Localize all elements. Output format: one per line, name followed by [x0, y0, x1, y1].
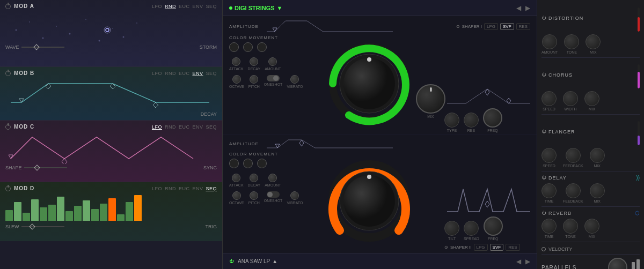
seq-bar-15[interactable] [126, 202, 133, 221]
delay-time-knob[interactable] [541, 183, 557, 198]
mod-c-shape-slider[interactable] [24, 167, 67, 168]
bottom-power-icon[interactable]: ⏻ [229, 259, 233, 264]
delay-mix-knob[interactable] [590, 183, 605, 198]
layer2-octave-knob[interactable] [232, 191, 241, 200]
flanger-speed-knob[interactable] [541, 148, 557, 163]
layer1-pitch-knob[interactable] [250, 75, 258, 84]
distortion-mix-knob[interactable] [586, 34, 601, 49]
reverb-mix-knob[interactable] [584, 219, 599, 234]
layer2-freq-knob[interactable] [484, 216, 503, 236]
mod-c-tab-seq[interactable]: SEQ [206, 124, 217, 130]
seq-bar-11[interactable] [91, 209, 99, 221]
seq-bar-10[interactable] [83, 200, 90, 221]
mod-a-wave-slider[interactable] [21, 47, 64, 48]
preset-dropdown-arrow[interactable]: ▼ [277, 5, 283, 11]
mod-d-power-icon[interactable] [5, 186, 11, 191]
layer1-cm-btn3[interactable] [257, 42, 267, 52]
layer2-amount-knob[interactable] [268, 174, 277, 182]
mod-a-tab-lfo[interactable]: LFO [152, 4, 162, 9]
seq-bar-16[interactable] [134, 195, 142, 221]
layer2-lpg-btn[interactable]: LPG [474, 244, 488, 251]
layer2-cm-btn3[interactable] [257, 159, 267, 168]
layer1-mix-knob[interactable] [416, 84, 445, 114]
layer2-decay-knob[interactable] [250, 174, 258, 182]
layer2-attack-knob[interactable] [232, 174, 240, 182]
chorus-power-icon[interactable]: ⏻ [541, 72, 546, 77]
layer2-svf-btn[interactable]: SVF [490, 244, 504, 251]
reverb-power-icon[interactable]: ⏻ [541, 211, 546, 215]
mod-a-tab-rnd[interactable]: RND [165, 4, 176, 9]
mod-c-tab-euc[interactable]: EUC [179, 124, 190, 130]
mod-d-tab-lfo[interactable]: LFO [152, 186, 162, 191]
reverb-tone-knob[interactable] [563, 219, 578, 234]
layer1-oneshot-toggle[interactable] [267, 75, 280, 81]
layer1-amount-knob[interactable] [268, 57, 277, 66]
distortion-tone-knob[interactable] [564, 34, 579, 49]
layer1-type-knob[interactable] [444, 113, 459, 128]
mod-a-tab-seq[interactable]: SEQ [206, 4, 217, 9]
chorus-width-knob[interactable] [563, 91, 578, 106]
layer2-shaper-label[interactable]: SHAPER II [450, 245, 472, 250]
flanger-mix-knob[interactable] [590, 148, 605, 163]
mod-b-tab-seq[interactable]: SEQ [206, 71, 217, 76]
layer1-cm-btn1[interactable] [229, 42, 239, 52]
delay-feedback-knob[interactable] [566, 183, 581, 198]
distortion-power-icon[interactable]: ⏻ [541, 16, 546, 20]
header-prev-arrow[interactable]: ◀ [516, 4, 521, 12]
flanger-feedback-knob[interactable] [566, 148, 581, 163]
layer1-cm-btn2[interactable] [243, 42, 253, 52]
layer2-cm-btn2[interactable] [243, 159, 253, 168]
seq-bar-12[interactable] [100, 204, 107, 221]
layer2-res-btn[interactable]: RES [506, 244, 519, 251]
mod-b-tab-rnd[interactable]: RND [165, 71, 176, 76]
mod-a-tab-euc[interactable]: EUC [179, 4, 190, 9]
layer1-attack-knob[interactable] [232, 57, 240, 66]
layer2-spread-knob[interactable] [464, 221, 479, 236]
mod-d-tab-rnd[interactable]: RND [165, 186, 176, 191]
mod-b-tab-env[interactable]: ENV [192, 71, 203, 76]
seq-bar-9[interactable] [74, 206, 82, 221]
mod-d-slew-slider[interactable] [21, 226, 64, 227]
layer2-pitch-knob[interactable] [250, 191, 258, 200]
layer2-oneshot-toggle[interactable] [267, 191, 280, 198]
layer1-octave-knob[interactable] [232, 75, 241, 84]
layer1-decay-knob[interactable] [250, 57, 258, 66]
layer1-lpg-btn[interactable]: LPG [484, 23, 498, 30]
mod-c-tab-env[interactable]: ENV [192, 124, 203, 130]
seq-bar-3[interactable] [23, 213, 30, 221]
flanger-power-icon[interactable]: ⏻ [541, 129, 546, 134]
header-next-arrow[interactable]: ▶ [525, 4, 530, 12]
mod-b-power-icon[interactable] [5, 71, 11, 76]
seq-bar-8[interactable] [65, 211, 73, 221]
mod-a-tab-env[interactable]: ENV [192, 4, 203, 9]
distortion-amount-knob[interactable] [542, 34, 557, 49]
seq-bar-13[interactable] [108, 198, 116, 221]
seq-bar-7[interactable] [57, 197, 64, 221]
reverb-time-knob[interactable] [541, 219, 557, 234]
layer1-svf-btn[interactable]: SVF [500, 23, 514, 30]
layer2-knob-svg[interactable] [329, 161, 409, 241]
mod-a-power-icon[interactable] [5, 4, 11, 9]
bottom-next-arrow[interactable]: ▶ [525, 258, 530, 265]
layer1-shaper-label[interactable]: SHAPER I [462, 24, 482, 29]
mod-d-tab-seq[interactable]: SEQ [206, 186, 217, 191]
parallels-knob[interactable] [608, 258, 627, 269]
layer2-cm-btn1[interactable] [229, 159, 239, 168]
mod-d-tab-env[interactable]: ENV [192, 186, 203, 191]
mod-c-power-icon[interactable] [5, 124, 11, 130]
layer1-res-btn[interactable]: RES [516, 23, 530, 30]
chorus-speed-knob[interactable] [541, 91, 557, 106]
mod-d-tab-euc[interactable]: EUC [179, 186, 190, 191]
layer1-knob-svg[interactable] [329, 43, 409, 124]
chorus-mix-knob[interactable] [584, 91, 599, 106]
mod-c-tab-lfo[interactable]: LFO [152, 124, 162, 130]
seq-bar-1[interactable] [5, 210, 13, 221]
layer2-tilt-knob[interactable] [444, 221, 459, 236]
delay-power-icon[interactable]: ⏻ [541, 175, 546, 180]
bottom-prev-arrow[interactable]: ◀ [516, 258, 521, 265]
velocity-icon[interactable] [541, 247, 546, 251]
seq-bar-6[interactable] [48, 205, 56, 221]
seq-bar-14[interactable] [117, 214, 125, 221]
seq-bar-2[interactable] [14, 202, 21, 221]
mod-b-tab-euc[interactable]: EUC [179, 71, 190, 76]
